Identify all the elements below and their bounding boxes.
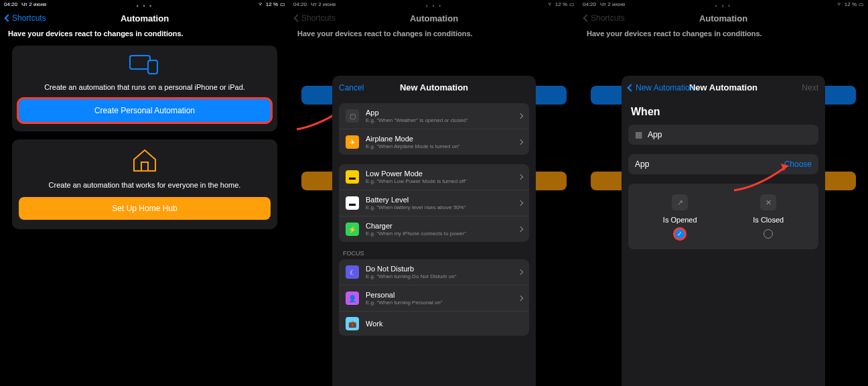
chevron-right-icon [518, 200, 523, 206]
item-sub: E.g. "When turning Do Not Disturb on" [366, 273, 518, 279]
home-icon [131, 149, 158, 173]
panel-2: 04:20 Чт 2 июня • • • ᯤ 12 % ▭ Shortcuts… [289, 0, 579, 386]
item-sub: E.g. "When Airplane Mode is turned on" [366, 143, 518, 149]
item-sub: E.g. "When Low Power Mode is turned off" [366, 178, 518, 184]
chevron-right-icon [518, 269, 523, 275]
when-heading: When [622, 99, 825, 122]
airplane-icon: ✈ [346, 135, 359, 149]
battery-icon: ▭ [280, 1, 285, 7]
close-icon: ✕ [760, 194, 776, 210]
option-is-closed[interactable]: ✕ Is Closed [753, 194, 784, 239]
open-icon: ↗ [672, 194, 688, 210]
battery-level-icon: ▬ [346, 196, 359, 210]
item-sub: E.g. "When my iPhone connects to power" [366, 231, 518, 237]
trigger-app[interactable]: ▢ AppE.g. "When "Weather" is opened or c… [339, 103, 529, 129]
app-trigger-sheet: New Automation New Automation Next When … [622, 76, 825, 386]
item-title: Do Not Disturb [366, 265, 518, 273]
sheet-title: New Automation [400, 82, 468, 92]
trigger-group-2: ▬ Low Power ModeE.g. "When Low Power Mod… [339, 164, 529, 242]
open-close-options: ↗ Is Opened ✓ ✕ Is Closed [628, 184, 818, 249]
item-title: Low Power Mode [366, 170, 518, 178]
focus-section-label: FOCUS [332, 242, 536, 259]
personal-card: Create an automation that runs on a pers… [12, 46, 277, 131]
trigger-group-1: ▢ AppE.g. "When "Weather" is opened or c… [339, 103, 529, 155]
radio-is-opened[interactable]: ✓ [675, 229, 684, 239]
trigger-group-focus: ☾ Do Not DisturbE.g. "When turning Do No… [339, 259, 529, 336]
checkmark-icon: ✓ [677, 231, 682, 237]
app-summary-row: ▦ App [628, 125, 818, 145]
svg-rect-0 [130, 56, 150, 69]
charger-icon: ⚡ [346, 222, 359, 236]
cancel-button[interactable]: Cancel [339, 83, 364, 92]
app-icon: ▢ [346, 109, 359, 123]
app-label: App [635, 159, 779, 169]
item-title: Work [366, 320, 522, 328]
trigger-airplane[interactable]: ✈ Airplane ModeE.g. "When Airplane Mode … [339, 129, 529, 155]
back-label: New Automation [636, 83, 694, 92]
chevron-left-icon [627, 84, 634, 91]
app-summary-label: App [648, 130, 812, 139]
page-title: Automation [121, 13, 169, 23]
home-desc: Create an automation that works for ever… [19, 181, 271, 189]
svg-rect-1 [148, 60, 157, 74]
setup-home-hub-button[interactable]: Set Up Home Hub [19, 197, 271, 220]
chevron-right-icon [518, 174, 523, 180]
back-new-automation[interactable]: New Automation [628, 83, 694, 92]
sheet-title: New Automation [689, 82, 757, 92]
wifi-icon: ᯤ [259, 1, 264, 7]
opt-label: Is Closed [753, 216, 784, 224]
back-label: Shortcuts [12, 13, 46, 23]
trigger-charger[interactable]: ⚡ ChargerE.g. "When my iPhone connects t… [339, 216, 529, 242]
item-sub: E.g. "When turning Personal on" [366, 300, 518, 306]
home-card: Create an automation that works for ever… [12, 139, 277, 229]
app-grid-icon: ▦ [635, 130, 642, 139]
trigger-battery-level[interactable]: ▬ Battery LevelE.g. "When battery level … [339, 190, 529, 216]
battery-pct: 12 % [266, 1, 278, 7]
create-personal-automation-button[interactable]: Create Personal Automation [19, 99, 271, 122]
status-date: Чт 2 июня [21, 1, 46, 7]
devices-icon [129, 55, 160, 75]
item-title: Personal [366, 291, 518, 299]
sheet-header: New Automation New Automation Next [622, 76, 825, 99]
trigger-work[interactable]: 💼 Work [339, 312, 529, 336]
item-title: Battery Level [366, 196, 518, 204]
trigger-low-power[interactable]: ▬ Low Power ModeE.g. "When Low Power Mod… [339, 164, 529, 190]
chevron-right-icon [518, 296, 523, 301]
new-automation-sheet: Cancel New Automation ▢ AppE.g. "When "W… [332, 76, 536, 386]
trigger-dnd[interactable]: ☾ Do Not DisturbE.g. "When turning Do No… [339, 259, 529, 285]
back-shortcuts[interactable]: Shortcuts [5, 13, 46, 23]
svg-rect-2 [141, 162, 148, 171]
item-title: Airplane Mode [366, 135, 518, 143]
item-sub: E.g. "When battery level rises above 50%… [366, 204, 518, 210]
chevron-left-icon [4, 14, 11, 21]
chevron-right-icon [518, 139, 523, 145]
item-sub: E.g. "When "Weather" is opened or closed… [366, 117, 518, 123]
item-title: Charger [366, 222, 518, 230]
panel-3: 04:20 Чт 2 июня • • • ᯤ 12 % ▭ Shortcuts… [579, 0, 868, 386]
trigger-personal[interactable]: 👤 PersonalE.g. "When turning Personal on… [339, 285, 529, 312]
item-title: App [366, 109, 518, 117]
choose-app-row[interactable]: App Choose [628, 154, 818, 174]
status-bar: 04:20 Чт 2 июня • • • ᯤ 12 % ▭ [0, 0, 289, 8]
subtitle: Have your devices react to changes in co… [0, 29, 289, 38]
radio-is-closed[interactable] [764, 229, 773, 239]
dnd-icon: ☾ [346, 265, 359, 279]
personal-icon: 👤 [346, 292, 359, 305]
personal-desc: Create an automation that runs on a pers… [19, 83, 271, 91]
next-button[interactable]: Next [802, 83, 818, 92]
opt-label: Is Opened [663, 216, 697, 224]
choose-button[interactable]: Choose [784, 159, 812, 169]
chevron-right-icon [518, 113, 523, 119]
status-time: 04:20 [4, 1, 17, 7]
option-is-opened[interactable]: ↗ Is Opened ✓ [663, 194, 697, 239]
chevron-right-icon [518, 227, 523, 232]
low-power-icon: ▬ [346, 170, 359, 184]
panel-1: 04:20 Чт 2 июня • • • ᯤ 12 % ▭ Shortcuts… [0, 0, 289, 386]
work-icon: 💼 [346, 317, 359, 330]
sheet-header: Cancel New Automation [332, 76, 536, 99]
nav-header: Shortcuts Automation [0, 8, 289, 28]
